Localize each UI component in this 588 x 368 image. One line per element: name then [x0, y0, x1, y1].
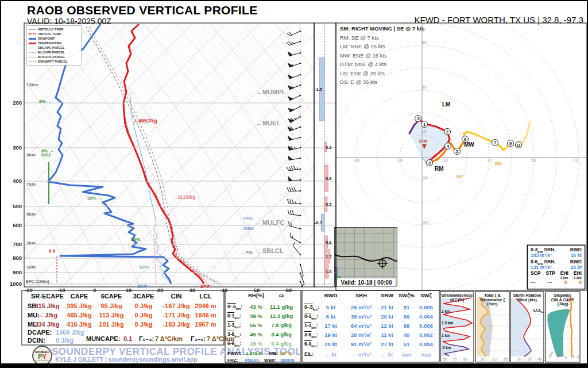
- hodo-ring-label: 50: [421, 40, 427, 45]
- layer-range-label: 0-1km:: [227, 313, 241, 320]
- svg-text:7: 7: [494, 140, 496, 145]
- hodo-motion-label: LM: [442, 101, 450, 108]
- hodo-info-line: LM: NNE @ 25 kts: [340, 42, 425, 51]
- panel-title: (/sec): [475, 302, 509, 306]
- mixratio-value: 11.3 g/kg: [264, 313, 299, 319]
- skewt-background: [24, 23, 300, 287]
- dcin-value: 0 J/kg: [56, 337, 74, 344]
- thermo-cell: 416 J/kg: [63, 321, 95, 328]
- ehi03-value: 0: [579, 281, 582, 285]
- ehi01-header: EHI0-1km: [560, 271, 568, 280]
- panel-title: Total ζ &: [475, 293, 509, 298]
- hodo-motion-label: MW: [464, 141, 474, 148]
- svg-text:9: 9: [509, 141, 512, 146]
- layer-range-label: 1-3km:: [304, 323, 318, 329]
- thermo-row-label: ML:: [28, 321, 39, 328]
- hodo-info-line: DS: E @ 36 kts: [340, 78, 425, 87]
- shear-cell: 0.006: [412, 323, 440, 329]
- hodo-ring-label: 10: [443, 158, 448, 163]
- srh-0-6-value: 131 m²/s²: [531, 264, 552, 271]
- shear-cell: 39 m²/s²: [347, 313, 375, 320]
- shear-header: SRW: [373, 292, 401, 298]
- scp-value: ---: [531, 281, 536, 285]
- thermo-header: LCL: [189, 293, 222, 300]
- frz-label: FRZ:: [227, 358, 238, 363]
- panel-xtick: .01: [478, 357, 487, 361]
- eil-cell: nan: [412, 351, 440, 358]
- pressure-tick-label: 700: [8, 241, 22, 247]
- omega-value: -1.5: [307, 87, 322, 92]
- srh-0-3-label: 0-3km SRH,: [531, 247, 556, 252]
- rh-value: 49 %: [245, 313, 268, 319]
- panel-title: (J/kg): [546, 302, 580, 306]
- pwat-label: PWAT:: [227, 351, 241, 356]
- omega-value: 0.2: [326, 145, 341, 150]
- shear-cell: 0.004: [412, 313, 440, 320]
- layer-range-label: 3-6km:: [227, 331, 241, 338]
- omega-value: 0.8: [326, 176, 341, 181]
- thermo-header: CIN: [160, 293, 192, 300]
- hodograph-storm-motion-info: SM: RIGHT MOVING | SE @ 7 ktsRM: SE @ 7 …: [340, 24, 425, 87]
- srh-0-3-value: 103 m²/s²: [531, 252, 552, 259]
- thermo-cell: 95 J/kg: [95, 302, 127, 309]
- panel-lcl-label: -LCL: [532, 308, 541, 312]
- svg-text:.5: .5: [416, 117, 420, 121]
- bwd-label: BWD: [570, 247, 582, 252]
- dcape-label: DCAPE:: [28, 329, 52, 336]
- location-map-inset: [334, 227, 397, 286]
- pressure-tick-label: 400: [8, 178, 22, 184]
- temperature-tick-label: 20: [153, 287, 168, 293]
- layer-range-label: 1-3km:: [227, 322, 241, 329]
- shear-cell: 69: [393, 313, 420, 320]
- frame-bottom-bar: [1, 363, 588, 368]
- ehi01-value: 0: [564, 281, 567, 285]
- eil-cell: --- kt: [373, 351, 401, 358]
- bwd-label2: BWD: [570, 259, 582, 264]
- panel-title: Streamwise ζ: [475, 298, 509, 302]
- hodo-ring-label: 10: [423, 175, 428, 180]
- hodo-updown-label: UP: [457, 174, 463, 179]
- temperature-tick-label: -10: [54, 287, 69, 293]
- panel-ytick: 1.5 km: [442, 321, 453, 325]
- shear-cell: 19 kt: [317, 332, 345, 338]
- mixratio-value: 11.1 g/kg: [264, 304, 299, 310]
- hodo-ring-label: 30: [354, 158, 359, 163]
- svg-text:6: 6: [464, 137, 466, 142]
- mixratio-value: 7.8 g/kg: [264, 322, 299, 328]
- panel-title: of ζ (%): [440, 298, 474, 302]
- thermo-header: SR-ECAPE: [31, 293, 63, 300]
- hodo-ring-label: 50: [531, 158, 536, 163]
- layer-range-label: 6-9km:: [227, 340, 241, 347]
- shear-cell: 0.004: [412, 341, 440, 347]
- shear-cell: 20 kt: [317, 341, 345, 347]
- thermo-cell: 113 J/kg: [95, 312, 127, 319]
- omega-value: -0.7: [307, 220, 322, 225]
- svg-text:1: 1: [423, 122, 425, 127]
- shear-cell: 11 kt: [373, 332, 401, 338]
- thermo-header: 3CAPE: [127, 293, 160, 300]
- srh-0-6-label: 0-6km SRH,: [531, 259, 556, 264]
- hodo-ring-label: 10: [397, 158, 403, 163]
- bwd-0-6-value: 24 kt: [571, 264, 582, 271]
- temperature-tick-label: 60: [281, 287, 296, 293]
- pressure-tick-label: 900: [8, 269, 22, 275]
- panel-xtick: 2k: [575, 357, 585, 361]
- shear-header: SRH: [347, 292, 375, 298]
- pressure-tick-label: 600: [8, 222, 22, 228]
- shear-cell: 20 kt: [373, 313, 401, 320]
- shear-cell: 81: [393, 304, 420, 310]
- panel-xtick: .03: [489, 357, 498, 361]
- thermo-cell: 395 J/kg: [63, 302, 95, 309]
- shear-cell: 91 m²/s²: [347, 341, 375, 347]
- panel-title: CIN & CAPE: [546, 298, 580, 302]
- thermo-cell: 0 J/kg: [127, 312, 160, 319]
- thermo-cell: -187 J/kg: [160, 302, 192, 309]
- svg-text:11: 11: [517, 143, 521, 147]
- temperature-tick-label: 50: [249, 287, 264, 293]
- panel-xtick: 40: [535, 357, 544, 361]
- dtm-label: DTM: [419, 139, 427, 143]
- wb0-value: 3800m: [280, 358, 295, 363]
- gamma03-value: 7 Δ°C/km: [155, 335, 183, 342]
- gamma03-label: Γ₀₋₃:: [139, 335, 154, 343]
- pressure-tick-label: 1000: [8, 281, 22, 287]
